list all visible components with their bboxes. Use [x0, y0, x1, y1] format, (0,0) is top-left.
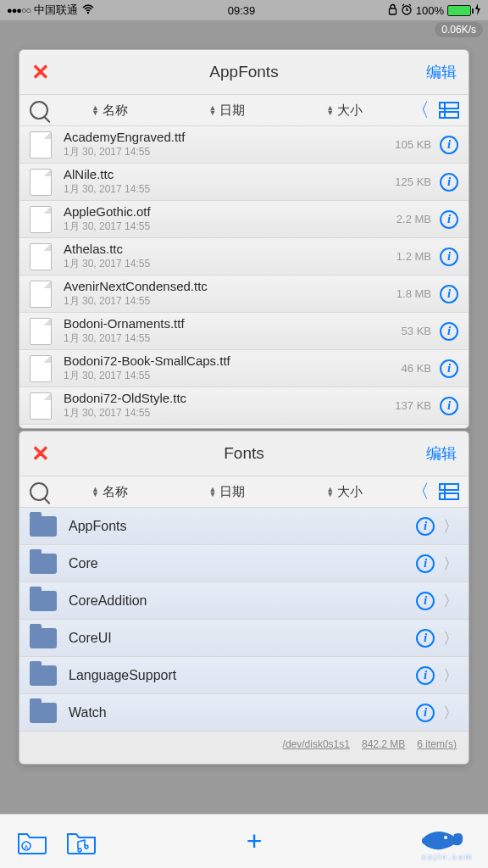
- info-icon[interactable]: i: [440, 248, 458, 266]
- file-name: Athelas.ttc: [64, 242, 396, 256]
- signal-dots: ●●●○○: [7, 5, 30, 15]
- chevron-right-icon: 〉: [443, 554, 458, 574]
- info-icon[interactable]: i: [440, 397, 458, 415]
- folder-name: CoreUI: [69, 631, 416, 646]
- disk-path[interactable]: /dev/disk0s1s1: [283, 738, 350, 750]
- file-row[interactable]: AvenirNextCondensed.ttc 1月 30, 2017 14:5…: [19, 275, 469, 313]
- folder-name: LanguageSupport: [69, 668, 416, 683]
- info-icon[interactable]: i: [440, 210, 458, 229]
- file-date: 1月 30, 2017 14:55: [64, 220, 396, 234]
- view-list-icon[interactable]: [440, 103, 458, 118]
- svg-rect-1: [389, 8, 396, 14]
- info-icon[interactable]: i: [440, 359, 458, 378]
- folder-icon: [30, 516, 57, 537]
- info-icon[interactable]: i: [440, 322, 458, 341]
- info-icon[interactable]: i: [416, 666, 435, 685]
- file-icon: [30, 392, 52, 420]
- file-row[interactable]: Athelas.ttc 1月 30, 2017 14:55 1.2 MB i: [19, 238, 469, 275]
- file-size: 105 KB: [395, 138, 431, 151]
- folder-row[interactable]: Core i 〉: [19, 545, 469, 582]
- view-list-icon[interactable]: [440, 484, 458, 499]
- info-icon[interactable]: i: [440, 136, 458, 154]
- file-row[interactable]: AppleGothic.otf 1月 30, 2017 14:55 2.2 MB…: [19, 201, 469, 238]
- chevron-right-icon: 〉: [443, 591, 458, 611]
- folder-row[interactable]: LanguageSupport i 〉: [19, 657, 469, 694]
- lock-icon: [388, 3, 397, 18]
- panel-title: AppFonts: [19, 63, 469, 81]
- sort-bar: ▲▼名称 ▲▼日期 ▲▼大小 〈: [19, 94, 469, 126]
- folder-name: CoreAddition: [69, 593, 416, 609]
- alarm-icon: [401, 3, 413, 18]
- folder-name: Core: [69, 556, 416, 571]
- folder-row[interactable]: AppFonts i 〉: [19, 508, 469, 545]
- sort-name[interactable]: ▲▼名称: [53, 484, 166, 500]
- edit-button[interactable]: 编辑: [426, 443, 457, 464]
- sort-bar: ▲▼名称 ▲▼日期 ▲▼大小 〈: [19, 476, 469, 508]
- back-chevron-icon[interactable]: 〈: [406, 97, 435, 123]
- info-icon[interactable]: i: [416, 592, 435, 610]
- folder-list: AppFonts i 〉 Core i 〉 CoreAddition i 〉 C…: [19, 508, 469, 732]
- file-date: 1月 30, 2017 14:55: [64, 182, 395, 197]
- status-bar: ●●●○○ 中国联通 09:39 100%: [0, 0, 488, 20]
- info-icon[interactable]: i: [440, 285, 458, 303]
- info-icon[interactable]: i: [416, 629, 435, 648]
- file-row[interactable]: Bodoni72-Book-SmallCaps.ttf 1月 30, 2017 …: [19, 350, 469, 387]
- panel-title: Fonts: [19, 444, 469, 463]
- sort-size[interactable]: ▲▼大小: [288, 103, 401, 119]
- file-row[interactable]: Bodoni72-OldStyle.ttc 1月 30, 2017 14:55 …: [19, 387, 469, 425]
- carrier-label: 中国联通: [34, 3, 78, 18]
- file-size: 137 KB: [395, 399, 431, 412]
- info-icon[interactable]: i: [416, 517, 435, 536]
- close-icon[interactable]: ✕: [31, 441, 50, 467]
- folder-a-icon[interactable]: A: [17, 829, 47, 854]
- file-name: AppleGothic.otf: [64, 204, 396, 219]
- file-list: AcademyEngraved.ttf 1月 30, 2017 14:55 10…: [19, 126, 469, 429]
- battery-pct: 100%: [416, 4, 444, 17]
- file-size: 1.2 MB: [396, 250, 431, 263]
- chevron-right-icon: 〉: [443, 516, 458, 537]
- sort-name[interactable]: ▲▼名称: [53, 103, 166, 119]
- search-icon[interactable]: [30, 101, 48, 120]
- search-icon[interactable]: [30, 482, 48, 501]
- edit-button[interactable]: 编辑: [426, 62, 457, 82]
- file-date: 1月 30, 2017 14:55: [64, 294, 396, 309]
- file-size: 1.8 MB: [396, 287, 431, 300]
- file-date: 1月 30, 2017 14:55: [64, 145, 395, 159]
- file-row[interactable]: Bodoni-Ornaments.ttf 1月 30, 2017 14:55 5…: [19, 313, 469, 350]
- svg-rect-6: [440, 484, 458, 490]
- sort-size[interactable]: ▲▼大小: [288, 484, 401, 500]
- file-row[interactable]: AlNile.ttc 1月 30, 2017 14:55 125 KB i: [19, 164, 469, 201]
- file-size: 46 KB: [402, 362, 431, 375]
- svg-point-11: [444, 836, 447, 839]
- item-count[interactable]: 6 item(s): [417, 738, 457, 750]
- file-size: 125 KB: [395, 175, 431, 188]
- close-icon[interactable]: ✕: [31, 59, 50, 86]
- info-icon[interactable]: i: [416, 554, 435, 573]
- folder-row[interactable]: CoreAddition i 〉: [19, 582, 469, 620]
- info-icon[interactable]: i: [416, 704, 435, 722]
- folder-row[interactable]: CoreUI i 〉: [19, 620, 469, 657]
- file-icon: [30, 281, 52, 308]
- file-icon: [30, 318, 52, 345]
- svg-point-0: [87, 11, 90, 14]
- disk-free[interactable]: 842.2 MB: [362, 738, 405, 750]
- battery-icon: [447, 5, 471, 16]
- file-name: Bodoni-Ornaments.ttf: [64, 316, 402, 331]
- file-date: 1月 30, 2017 14:55: [64, 369, 402, 383]
- info-icon[interactable]: i: [440, 173, 458, 192]
- sort-date[interactable]: ▲▼日期: [171, 103, 284, 119]
- svg-rect-7: [440, 493, 458, 499]
- folder-name: AppFonts: [69, 519, 416, 534]
- add-button[interactable]: +: [115, 826, 393, 857]
- file-row[interactable]: Bodoni72.ttc 1月 30, 2017 14:55 267 KB i: [19, 425, 469, 429]
- back-chevron-icon[interactable]: 〈: [406, 479, 435, 504]
- panel-appfonts: ✕ AppFonts 编辑 ▲▼名称 ▲▼日期 ▲▼大小 〈 AcademyEn…: [19, 49, 469, 429]
- sort-date[interactable]: ▲▼日期: [171, 484, 284, 500]
- svg-text:x a j i n . c o m: x a j i n . c o m: [422, 853, 471, 861]
- folder-row[interactable]: Watch i 〉: [19, 694, 469, 732]
- file-row[interactable]: AcademyEngraved.ttf 1月 30, 2017 14:55 10…: [19, 126, 469, 164]
- chevron-right-icon: 〉: [443, 628, 458, 648]
- folder-music-icon[interactable]: [66, 829, 97, 854]
- folder-icon: [30, 554, 57, 574]
- file-name: AvenirNextCondensed.ttc: [64, 279, 396, 293]
